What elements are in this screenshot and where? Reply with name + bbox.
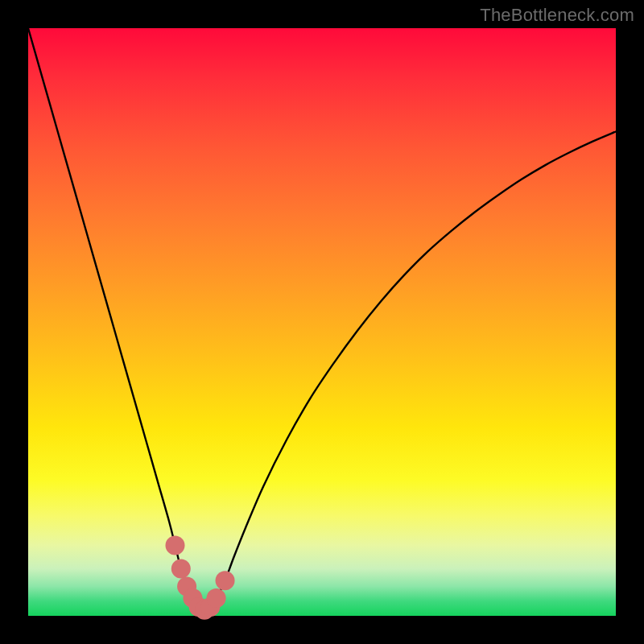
bottleneck-curve: [28, 28, 616, 610]
minimum-marker: [207, 588, 226, 608]
watermark-text: TheBottleneck.com: [480, 5, 634, 26]
plot-area: [28, 28, 616, 616]
minimum-markers: [166, 535, 235, 619]
chart-frame: TheBottleneck.com: [0, 0, 644, 644]
curve-svg: [28, 28, 616, 616]
minimum-marker: [171, 559, 191, 579]
minimum-marker: [216, 571, 235, 590]
minimum-marker: [166, 535, 185, 555]
